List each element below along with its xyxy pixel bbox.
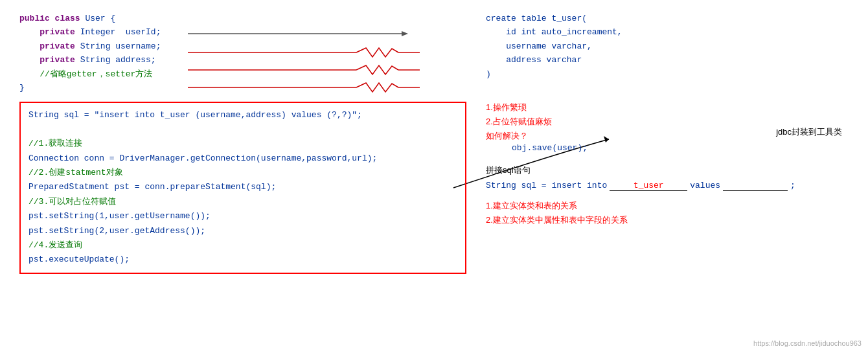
right-panel: create table t_user( id int auto_incream… <box>466 0 868 351</box>
sql-table-name: t_user <box>610 181 687 191</box>
code-line-6: } <box>19 81 466 95</box>
bottom-notes: 1.建立实体类和表的关系 2.建立实体类中属性和表中字段的关系 <box>486 199 855 227</box>
sql-splice-section: 拼接sql语句 String sql = insert into t_user … <box>486 163 855 190</box>
boxed-line-8: pst.setString(1,user.getUsername()); <box>29 209 457 223</box>
bottom-note-2: 2.建立实体类中属性和表中字段的关系 <box>486 213 855 227</box>
code-line-3: private String username; <box>19 40 466 53</box>
bottom-note-1: 1.建立实体类和表的关系 <box>486 199 855 213</box>
boxed-line-1: String sql = "insert into t_user (userna… <box>29 108 457 122</box>
top-right-code: create table t_user( id int auto_incream… <box>486 12 855 81</box>
right-line-5: ) <box>486 67 855 81</box>
right-line-2: id int auto_increament, <box>486 25 855 39</box>
annotation-1: 1.操作繁琐 <box>486 100 855 115</box>
boxed-line-7: //3.可以对占位符赋值 <box>29 195 457 209</box>
boxed-line-9: pst.setString(2,user.getAddress()); <box>29 224 457 238</box>
splice-label: 拼接sql语句 <box>486 163 855 177</box>
main-container: public class User { private Integer user… <box>0 0 868 351</box>
sql-prefix: String sql = insert into <box>486 181 607 190</box>
boxed-code-section: String sql = "insert into t_user (userna… <box>19 102 466 274</box>
code-line-1: public class User { <box>19 12 466 25</box>
watermark: https://blog.csdn.net/jiduochou963 <box>753 339 862 347</box>
left-panel: public class User { private Integer user… <box>0 0 466 351</box>
code-line-4: private String address; <box>19 53 466 67</box>
boxed-line-2 <box>29 122 457 137</box>
sql-values-keyword: values <box>690 181 720 190</box>
code-line-5: //省略getter，setter方法 <box>19 67 466 81</box>
annotation-4: obj.save(user); <box>486 143 855 153</box>
right-line-1: create table t_user( <box>486 12 855 25</box>
sql-semicolon: ; <box>790 181 795 190</box>
code-line-2: private Integer userId; <box>19 25 466 39</box>
sql-line: String sql = insert into t_user values ; <box>486 181 855 191</box>
boxed-line-11: pst.executeUpdate(); <box>29 253 457 267</box>
top-code-section: public class User { private Integer user… <box>19 12 466 95</box>
boxed-line-6: PreparedStatment pst = conn.prepareStatm… <box>29 180 457 194</box>
boxed-line-3: //1.获取连接 <box>29 137 457 151</box>
boxed-line-10: //4.发送查询 <box>29 238 457 253</box>
jdbc-label: jdbc封装到工具类 <box>776 126 842 138</box>
right-line-4: address varchar <box>486 53 855 67</box>
right-line-3: username varchar, <box>486 40 855 53</box>
boxed-line-5: //2.创建statment对象 <box>29 166 457 180</box>
boxed-line-4: Connection conn = DriverManager.getConne… <box>29 152 457 166</box>
sql-values-placeholder <box>723 181 788 191</box>
